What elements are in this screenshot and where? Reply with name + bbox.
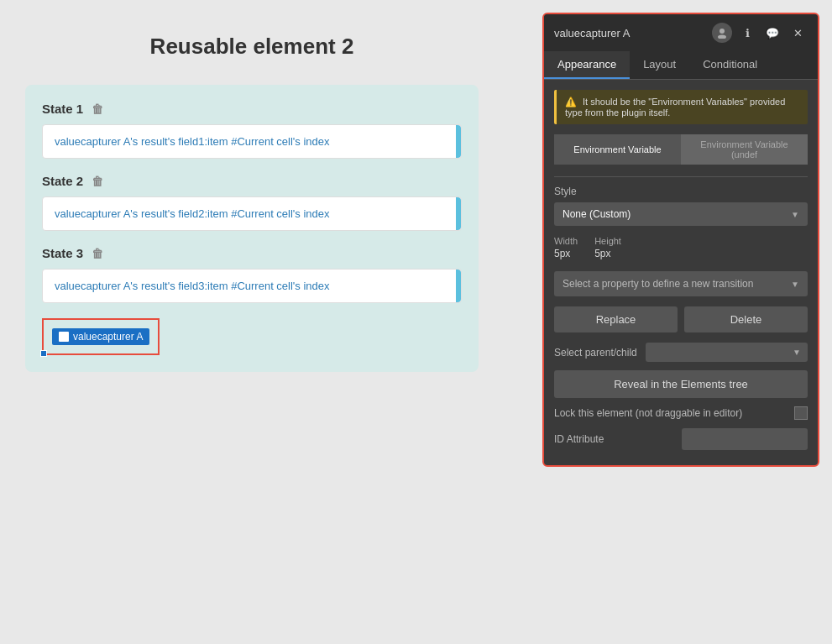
width-label: Width xyxy=(554,236,578,246)
state-2-label: State 2 xyxy=(42,174,83,188)
element-icon xyxy=(59,332,69,342)
state-3-label: State 3 xyxy=(42,246,83,260)
resize-handle[interactable] xyxy=(40,350,47,357)
divider-1 xyxy=(554,176,808,177)
height-item: Height 5px xyxy=(594,236,621,259)
element-label-text: valuecapturer A xyxy=(73,331,143,343)
main-canvas: Reusable element 2 State 1 🗑 valuecaptur… xyxy=(0,0,832,644)
warning-icon: ⚠️ xyxy=(565,97,577,107)
svg-point-0 xyxy=(719,29,725,34)
chat-icon-btn[interactable]: 💬 xyxy=(762,23,782,43)
parent-child-label: Select parent/child xyxy=(554,347,637,359)
parent-child-arrow: ▼ xyxy=(793,348,801,357)
state-1-input[interactable]: valuecapturer A's result's field1:item #… xyxy=(42,124,462,159)
delete-button[interactable]: Delete xyxy=(684,306,808,332)
svg-point-1 xyxy=(718,35,726,39)
style-dropdown-arrow: ▼ xyxy=(791,210,799,219)
tab-layout[interactable]: Layout xyxy=(630,51,689,79)
state-2-section: State 2 🗑 valuecapturer A's result's fie… xyxy=(42,174,462,231)
transition-dropdown[interactable]: Select a property to define a new transi… xyxy=(554,271,808,296)
style-dropdown[interactable]: None (Custom) ▼ xyxy=(554,202,808,226)
transition-dropdown-arrow: ▼ xyxy=(791,280,799,289)
style-value: None (Custom) xyxy=(563,208,631,220)
lock-checkbox[interactable] xyxy=(794,406,808,420)
dimensions-row: Width 5px Height 5px xyxy=(554,236,808,259)
state-1-header: State 1 🗑 xyxy=(42,102,462,116)
reusable-container: State 1 🗑 valuecapturer A's result's fie… xyxy=(25,85,479,372)
state-3-input[interactable]: valuecapturer A's result's field3:item #… xyxy=(42,269,462,303)
env-btn-active[interactable]: Environment Variable xyxy=(554,134,681,165)
parent-child-row: Select parent/child ▼ xyxy=(554,343,808,362)
state-2-header: State 2 🗑 xyxy=(42,174,462,188)
panel-icons: ℹ 💬 ✕ xyxy=(712,23,808,43)
state-1-delete-icon[interactable]: 🗑 xyxy=(92,102,103,116)
width-item: Width 5px xyxy=(554,236,578,259)
state-3-delete-icon[interactable]: 🗑 xyxy=(92,247,103,260)
width-value: 5px xyxy=(554,248,578,259)
state-3-header: State 3 🗑 xyxy=(42,246,462,260)
state-2-delete-icon[interactable]: 🗑 xyxy=(92,175,103,188)
height-label: Height xyxy=(594,236,621,246)
id-attr-row: ID Attribute xyxy=(554,428,808,450)
tab-conditional[interactable]: Conditional xyxy=(689,51,771,79)
element-selection-box[interactable]: valuecapturer A xyxy=(42,318,160,355)
lock-row: Lock this element (not draggable in edit… xyxy=(554,406,808,420)
element-label-box[interactable]: valuecapturer A xyxy=(52,328,149,345)
close-icon-btn[interactable]: ✕ xyxy=(788,23,808,43)
warning-text: It should be the "Environment Variables"… xyxy=(565,97,785,118)
state-1-label: State 1 xyxy=(42,102,83,116)
user-icon-btn[interactable] xyxy=(712,23,732,43)
page-title: Reusable element 2 xyxy=(25,34,479,60)
lock-label: Lock this element (not draggable in edit… xyxy=(554,407,742,419)
state-1-section: State 1 🗑 valuecapturer A's result's fie… xyxy=(42,102,462,159)
transition-placeholder: Select a property to define a new transi… xyxy=(563,278,753,290)
state-2-input[interactable]: valuecapturer A's result's field2:item #… xyxy=(42,196,462,231)
reveal-button[interactable]: Reveal in the Elements tree xyxy=(554,370,808,398)
id-attr-label: ID Attribute xyxy=(554,433,604,445)
replace-button[interactable]: Replace xyxy=(554,306,678,332)
state-3-section: State 3 🗑 valuecapturer A's result's fie… xyxy=(42,246,462,303)
panel-body: ⚠️ It should be the "Environment Variabl… xyxy=(544,80,818,465)
info-icon-btn[interactable]: ℹ xyxy=(737,23,757,43)
env-btn-inactive[interactable]: Environment Variable (undef xyxy=(681,134,808,165)
env-var-row: Environment Variable Environment Variabl… xyxy=(554,134,808,165)
parent-child-dropdown[interactable]: ▼ xyxy=(646,343,808,362)
height-value: 5px xyxy=(594,248,621,259)
panel-title: valuecapturer A xyxy=(554,27,630,39)
panel-header: valuecapturer A ℹ 💬 ✕ xyxy=(544,14,818,51)
style-label: Style xyxy=(554,186,808,197)
tab-appearance[interactable]: Appearance xyxy=(544,51,630,79)
panel-tabs: Appearance Layout Conditional xyxy=(544,51,818,80)
action-buttons-row: Replace Delete xyxy=(554,306,808,332)
left-area: Reusable element 2 State 1 🗑 valuecaptur… xyxy=(0,0,504,644)
id-attr-input[interactable] xyxy=(682,428,808,450)
warning-box: ⚠️ It should be the "Environment Variabl… xyxy=(554,90,808,124)
right-panel: valuecapturer A ℹ 💬 ✕ Appearance Layout … xyxy=(542,13,819,467)
